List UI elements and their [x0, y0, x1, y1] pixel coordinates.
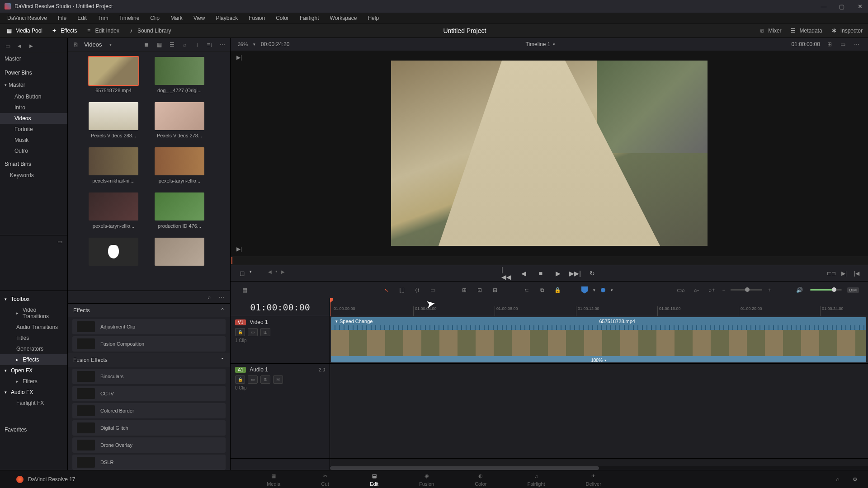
menu-playback[interactable]: Playback: [211, 14, 242, 22]
fx-audio-transitions[interactable]: Audio Transitions: [0, 322, 67, 333]
menu-help[interactable]: Help: [363, 14, 383, 22]
menu-timeline[interactable]: Timeline: [114, 14, 144, 22]
page-fusion[interactable]: ◉Fusion: [419, 472, 434, 487]
fx-generators[interactable]: Generators: [0, 343, 67, 354]
a1-mute-button[interactable]: M: [273, 375, 283, 384]
bin-master[interactable]: Master: [0, 52, 67, 65]
flag-marker-icon[interactable]: [581, 286, 588, 294]
media-clip[interactable]: pexels-taryn-ellio...: [155, 147, 204, 183]
mark-in-viewer-icon[interactable]: ▶|: [235, 53, 243, 61]
menu-fairlight[interactable]: Fairlight: [295, 14, 324, 22]
sort-icon[interactable]: ↕: [193, 41, 201, 49]
bin-item-outro[interactable]: Outro: [0, 145, 67, 156]
media-clip[interactable]: pexels-mikhail-nil...: [89, 147, 138, 183]
effect-item[interactable]: Digital Glitch: [72, 420, 226, 436]
timeline-ruler[interactable]: 01:00:00:0001:00:04:0001:00:08:0001:00:1…: [330, 298, 868, 316]
audio-track-header[interactable]: A1 Audio 1 2.0 🔒 ▭ S M 0 Clip: [231, 364, 330, 459]
page-deliver[interactable]: ✈Deliver: [586, 472, 601, 487]
fx-section-effects[interactable]: Effects⌃: [68, 304, 230, 317]
replace-clip-tool[interactable]: ⊟: [490, 285, 500, 295]
effect-item[interactable]: Adjustment Clip: [72, 319, 226, 334]
volume-slider[interactable]: [810, 289, 842, 291]
crop-dropdown-icon[interactable]: ▾: [250, 269, 252, 277]
page-fairlight[interactable]: ♫Fairlight: [527, 472, 545, 487]
bin-options[interactable]: ●: [107, 41, 115, 49]
fx-video-transitions[interactable]: ▸Video Transitions: [0, 305, 67, 322]
viewer-zoom[interactable]: 36%: [238, 42, 248, 47]
bin-view-toggle[interactable]: ▭: [4, 42, 12, 50]
filter-icon[interactable]: ≡↓: [206, 41, 214, 49]
import-icon[interactable]: ⎘: [71, 41, 80, 49]
viewer-crop-icon[interactable]: ◫: [238, 269, 246, 277]
playhead[interactable]: [330, 298, 330, 316]
nav-next-edit-icon[interactable]: ▶: [281, 269, 285, 277]
home-icon[interactable]: ⌂: [834, 475, 842, 483]
audio-track-1[interactable]: [330, 364, 868, 459]
a1-badge[interactable]: A1: [235, 367, 246, 373]
effect-item[interactable]: Fusion Composition: [72, 336, 226, 352]
a1-lock-button[interactable]: 🔒: [235, 375, 245, 384]
inspector-toggle[interactable]: ✱Inspector: [830, 27, 863, 34]
insert-clip-tool[interactable]: ⊞: [459, 285, 469, 295]
a1-auto-select-button[interactable]: ▭: [248, 375, 258, 384]
media-clip[interactable]: production ID 476...: [155, 192, 204, 229]
next-frame-button[interactable]: ▶▶|: [570, 268, 580, 278]
viewer-options-icon[interactable]: ⋯: [853, 40, 861, 48]
v1-lock-button[interactable]: 🔒: [235, 328, 245, 336]
play-button[interactable]: ▶: [553, 268, 563, 278]
menu-mark[interactable]: Mark: [166, 14, 187, 22]
fx-options-icon[interactable]: ⋯: [217, 293, 226, 301]
menu-edit[interactable]: Edit: [73, 14, 91, 22]
dynamic-trim-tool[interactable]: ⟨⟩: [412, 285, 422, 295]
retime-dropdown-icon[interactable]: ▾: [335, 319, 338, 324]
media-clip[interactable]: pexels-taryn-ellio...: [89, 192, 138, 229]
effect-item[interactable]: Binoculars: [72, 369, 226, 384]
speed-dropdown-icon[interactable]: ▾: [604, 358, 606, 362]
timeline-dropdown-icon[interactable]: ▾: [553, 42, 555, 47]
blade-tool[interactable]: ▭: [428, 285, 438, 295]
effect-item[interactable]: DSLR: [72, 455, 226, 470]
link-tool[interactable]: ⧉: [537, 285, 547, 295]
zoom-dropdown-icon[interactable]: ▾: [253, 42, 255, 47]
fx-search-icon[interactable]: ⌕: [205, 293, 213, 301]
page-edit[interactable]: ▤Edit: [370, 472, 378, 487]
menu-fusion[interactable]: Fusion: [244, 14, 269, 22]
video-track-1[interactable]: ▾Speed Change 657518728.mp4 100%▾: [330, 316, 868, 364]
dim-button[interactable]: DIM: [847, 287, 859, 293]
mixer-toggle[interactable]: ⎚Mixer: [758, 27, 781, 34]
viewer[interactable]: ▶| ▶|: [231, 51, 868, 256]
menu-view[interactable]: View: [189, 14, 210, 22]
bin-item-fortnite[interactable]: Fortnite: [0, 124, 67, 135]
timeline-tracks[interactable]: 01:00:00:0001:00:04:0001:00:08:0001:00:1…: [330, 298, 868, 470]
bin-nav-back[interactable]: ◀: [15, 42, 24, 50]
timeline-scrollbar[interactable]: [330, 466, 868, 470]
clip-speed-value[interactable]: 100%: [591, 358, 603, 363]
menu-file[interactable]: File: [53, 14, 71, 22]
bin-item-videos[interactable]: Videos: [0, 113, 67, 124]
loop-button[interactable]: ↻: [587, 268, 597, 278]
media-clip[interactable]: [155, 238, 204, 268]
media-clip[interactable]: dog_-_4727 (Origi...: [155, 57, 204, 93]
list-view-icon[interactable]: ≣: [142, 41, 151, 49]
goto-out-icon[interactable]: |◀: [853, 269, 861, 277]
settings-icon[interactable]: ⚙: [851, 475, 859, 483]
stop-button[interactable]: ■: [536, 268, 546, 278]
page-color[interactable]: ◐Color: [475, 472, 486, 487]
bin-view-collapse[interactable]: ▭: [56, 238, 64, 246]
volume-icon[interactable]: 🔊: [795, 285, 805, 295]
menu-clip[interactable]: Clip: [146, 14, 164, 22]
thumb-view-icon[interactable]: ▦: [155, 41, 163, 49]
bin-item-intro[interactable]: Intro: [0, 102, 67, 113]
snap-tool[interactable]: ⊂: [522, 285, 532, 295]
v1-enable-button[interactable]: ◫: [260, 328, 270, 336]
media-clip[interactable]: 657518728.mp4: [89, 57, 138, 93]
zoom-out-icon[interactable]: ⌕-: [691, 285, 701, 295]
flag-dropdown-icon[interactable]: ▾: [593, 288, 595, 292]
menu-workspace[interactable]: Workspace: [326, 14, 362, 22]
prev-frame-button[interactable]: ◀: [519, 268, 528, 278]
fx-audiofx[interactable]: ▾Audio FX: [0, 387, 67, 398]
fx-effects[interactable]: ▸Effects: [0, 354, 67, 365]
fx-toolbox[interactable]: ▾Toolbox: [0, 294, 67, 305]
timeline-selector[interactable]: Timeline 1: [526, 41, 551, 47]
media-clip[interactable]: [89, 238, 138, 268]
